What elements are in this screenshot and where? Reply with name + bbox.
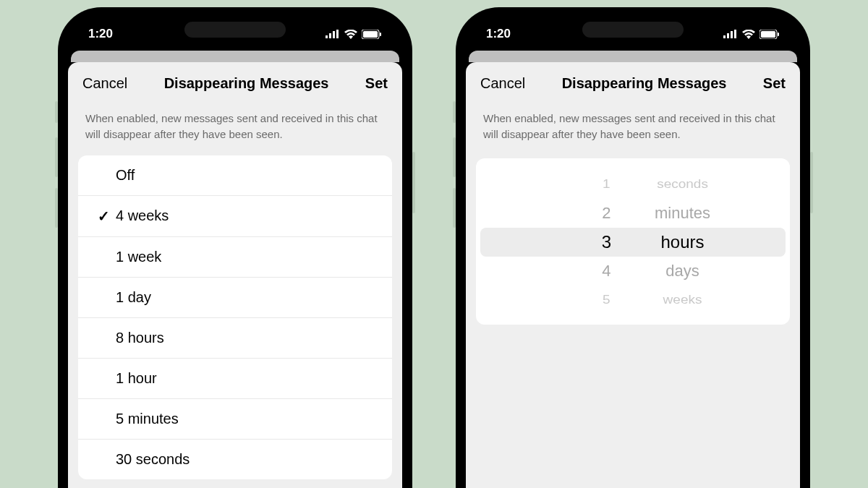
svg-rect-0 — [326, 35, 328, 38]
side-button — [55, 101, 58, 123]
picker-number-column[interactable]: 1 2 3 4 5 6 — [476, 158, 633, 325]
phone-mockup-picker: 1:20 Cancel Disappearing Messages Set Wh — [456, 7, 810, 488]
power-button — [412, 152, 415, 213]
list-item-label: 1 week — [116, 249, 379, 265]
background-sheet — [469, 51, 797, 62]
svg-rect-6 — [380, 33, 381, 36]
cancel-button[interactable]: Cancel — [82, 75, 127, 92]
picker-number[interactable]: 2 — [602, 199, 611, 228]
svg-rect-3 — [336, 30, 339, 38]
picker-number[interactable]: 6 — [602, 320, 611, 325]
modal-description: When enabled, new messages sent and rece… — [68, 105, 402, 155]
svg-rect-10 — [734, 30, 736, 38]
list-item-label: 1 day — [116, 289, 379, 306]
picker-number[interactable]: 4 — [602, 257, 611, 286]
picker-unit[interactable]: minutes — [655, 199, 710, 228]
picker-unit[interactable]: seconds — [655, 172, 710, 197]
battery-icon — [362, 30, 382, 39]
wifi-icon — [344, 30, 357, 39]
picker-unit[interactable]: days — [655, 257, 710, 286]
picker-number[interactable]: 1 — [602, 172, 611, 197]
volume-up-button — [55, 137, 58, 177]
modal-description: When enabled, new messages sent and rece… — [466, 105, 800, 155]
list-item-label: 1 hour — [116, 370, 379, 387]
picker-number[interactable]: 3 — [602, 228, 611, 257]
duration-picker[interactable]: 1 2 3 4 5 6 seconds minutes hours — [476, 158, 790, 325]
picker-unit-column[interactable]: seconds minutes hours days weeks — [633, 158, 790, 325]
list-item[interactable]: 8 hours — [78, 318, 392, 359]
svg-rect-1 — [329, 33, 331, 38]
list-item[interactable]: 1 hour — [78, 359, 392, 399]
side-button — [453, 101, 456, 123]
status-time: 1:20 — [486, 27, 511, 41]
cellular-icon — [326, 30, 340, 38]
list-item[interactable]: 30 seconds — [78, 440, 392, 479]
battery-icon — [760, 30, 780, 39]
wifi-icon — [742, 30, 755, 39]
list-item[interactable]: 1 week — [78, 237, 392, 278]
picker-unit[interactable]: weeks — [655, 288, 710, 312]
svg-rect-2 — [333, 31, 335, 38]
picker-unit[interactable]: hours — [655, 228, 710, 257]
phone-screen: 1:20 Cancel Disappearing Messages Set Wh — [68, 17, 402, 488]
duration-list: Off ✓ 4 weeks 1 week 1 day 8 hours — [78, 155, 392, 479]
svg-rect-9 — [731, 31, 733, 38]
list-item[interactable]: Off — [78, 155, 392, 196]
status-indicators — [326, 30, 382, 39]
phone-screen: 1:20 Cancel Disappearing Messages Set Wh — [466, 17, 800, 488]
list-item-label: 30 seconds — [116, 451, 379, 468]
set-button[interactable]: Set — [365, 75, 388, 92]
phone-mockup-list: 1:20 Cancel Disappearing Messages Set Wh — [58, 7, 412, 488]
svg-rect-12 — [761, 31, 775, 38]
status-indicators — [723, 30, 780, 39]
modal-title: Disappearing Messages — [562, 75, 727, 92]
list-item[interactable]: 1 day — [78, 278, 392, 318]
svg-rect-7 — [723, 35, 726, 38]
cancel-button[interactable]: Cancel — [480, 75, 525, 92]
svg-rect-8 — [727, 33, 729, 38]
modal-sheet: Cancel Disappearing Messages Set When en… — [68, 62, 402, 488]
status-time: 1:20 — [88, 27, 113, 41]
volume-up-button — [453, 137, 456, 177]
list-item[interactable]: ✓ 4 weeks — [78, 196, 392, 237]
modal-title: Disappearing Messages — [164, 75, 329, 92]
list-item-label: 4 weeks — [116, 207, 379, 224]
cellular-icon — [723, 30, 738, 38]
picker-number[interactable]: 5 — [602, 288, 611, 312]
list-item[interactable]: 5 minutes — [78, 399, 392, 440]
status-bar: 1:20 — [68, 17, 402, 51]
modal-header: Cancel Disappearing Messages Set — [466, 62, 800, 105]
list-item-label: 5 minutes — [116, 411, 379, 427]
list-item-label: Off — [116, 167, 379, 184]
power-button — [810, 152, 813, 213]
svg-rect-13 — [778, 33, 779, 36]
checkmark-icon: ✓ — [91, 207, 116, 225]
background-sheet — [71, 51, 399, 62]
modal-sheet: Cancel Disappearing Messages Set When en… — [466, 62, 800, 488]
list-item-label: 8 hours — [116, 330, 379, 346]
volume-down-button — [453, 188, 456, 228]
modal-header: Cancel Disappearing Messages Set — [68, 62, 402, 105]
volume-down-button — [55, 188, 58, 228]
status-bar: 1:20 — [466, 17, 800, 51]
svg-rect-5 — [363, 31, 378, 38]
set-button[interactable]: Set — [763, 75, 786, 92]
